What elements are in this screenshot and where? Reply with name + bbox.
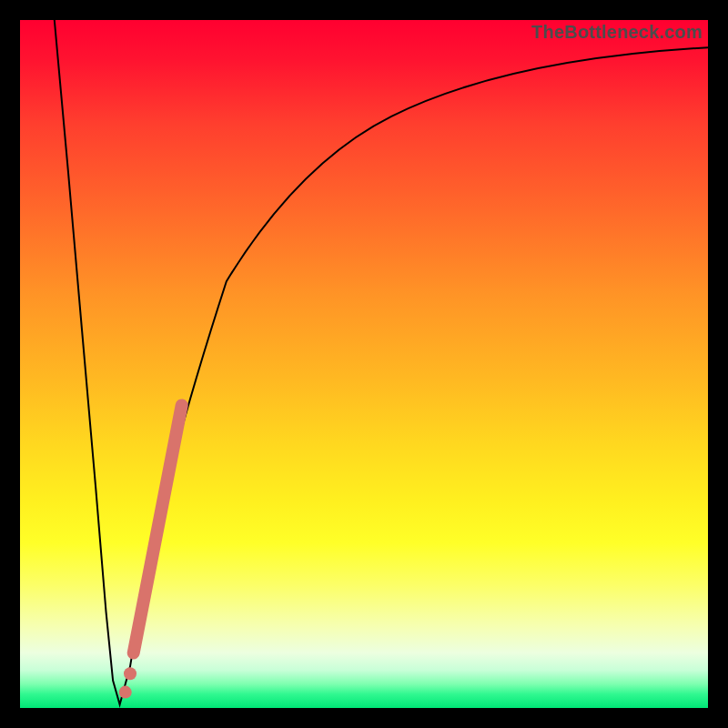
highlight-dot-low xyxy=(119,686,132,699)
highlight-segment-main xyxy=(134,405,182,652)
watermark-text: TheBottleneck.com xyxy=(531,22,703,43)
curve-layer xyxy=(20,20,708,708)
bottleneck-curve xyxy=(55,20,708,704)
highlight-dot-high xyxy=(124,667,136,680)
plot-area: TheBottleneck.com xyxy=(20,20,708,708)
chart-frame: TheBottleneck.com xyxy=(0,0,728,728)
